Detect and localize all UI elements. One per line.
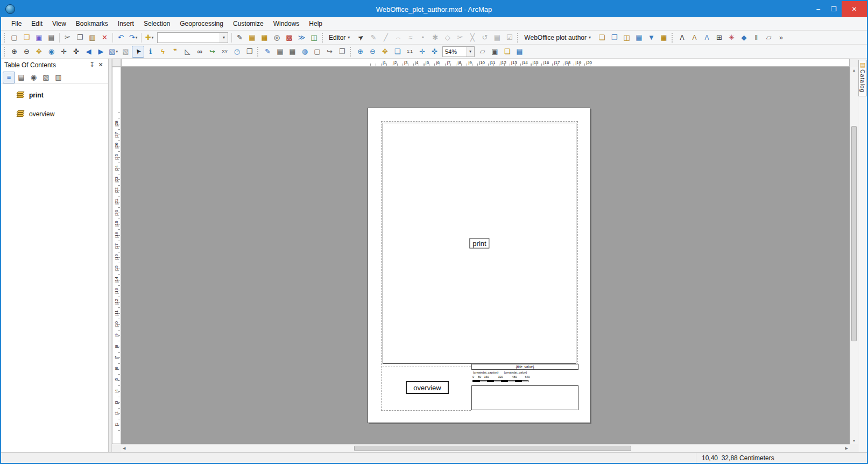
scroll-down-icon[interactable]: ▼ <box>850 439 858 442</box>
clear-selected-features-icon[interactable]: ▧ <box>119 46 132 58</box>
add-data-icon[interactable]: ✚▾ <box>143 32 156 44</box>
zoom-out-icon[interactable]: ⊖ <box>20 46 33 58</box>
view-unplaced-labels-icon[interactable]: ▱ <box>763 32 775 44</box>
catalog-tab[interactable]: ▤ Catalog <box>858 60 867 96</box>
menu-view[interactable]: View <box>47 17 71 30</box>
plot-template-pages-icon[interactable]: ❏ <box>596 32 608 44</box>
label-priority-ranking-icon[interactable]: A <box>688 32 701 44</box>
layout-zoom-in-icon[interactable]: ⊕ <box>354 46 366 58</box>
label-weight-ranking-icon[interactable]: A <box>701 32 713 44</box>
editor-toolbar-toggle-icon[interactable]: ✎ <box>234 32 246 44</box>
layout-canvas[interactable]: print overview {title_value} {createdat_… <box>121 67 850 444</box>
go-to-xy-icon[interactable]: XY <box>218 46 231 58</box>
toggle-draft-mode-icon[interactable]: ▱ <box>476 46 489 58</box>
identify-icon[interactable]: ℹ <box>144 46 157 58</box>
plot-export-icon[interactable]: ▼ <box>645 32 658 44</box>
catalog-window-icon[interactable]: ▦ <box>258 32 271 44</box>
data-driven-pages-icon[interactable]: ▤ <box>513 46 526 58</box>
plot-copy-pages-icon[interactable]: ❐ <box>608 32 620 44</box>
focus-data-frame-icon[interactable]: ▣ <box>489 46 501 58</box>
fixed-zoom-out-icon[interactable]: ✜ <box>70 46 82 58</box>
scroll-up-icon[interactable]: ▲ <box>850 68 858 72</box>
label-summary-icon[interactable]: ✳ <box>725 32 738 44</box>
scroll-right-icon[interactable]: ▶ <box>845 446 848 451</box>
redo-icon[interactable]: ↷▾ <box>127 32 139 44</box>
layout-fixed-zoom-out-icon[interactable]: ✜ <box>428 46 441 58</box>
pan-icon[interactable]: ✥ <box>33 46 45 58</box>
open-folder-icon[interactable]: ❒ <box>20 32 33 44</box>
fixed-zoom-in-icon[interactable]: ✛ <box>58 46 70 58</box>
plot-book-icon[interactable]: ▤ <box>633 32 645 44</box>
go-back-extent-icon[interactable]: ◀ <box>82 46 95 58</box>
list-by-visibility-icon[interactable]: ◉ <box>27 72 40 83</box>
hyperlink-icon[interactable]: ϟ <box>157 46 169 58</box>
select-elements-icon[interactable]: ➤ <box>132 46 144 58</box>
list-by-selection-icon[interactable]: ▧ <box>40 72 52 83</box>
menu-geoprocessing[interactable]: Geoprocessing <box>175 17 228 30</box>
editor-menu[interactable]: Editor▾ <box>326 32 355 44</box>
layout-fixed-zoom-in-icon[interactable]: ✛ <box>416 46 428 58</box>
close-button[interactable]: ✕ <box>842 1 867 17</box>
menu-bookmarks[interactable]: Bookmarks <box>71 17 113 30</box>
layout-zoom-out-icon[interactable]: ⊖ <box>366 46 379 58</box>
print-data-frame[interactable]: print <box>383 123 576 364</box>
blank-page-icon[interactable]: ▢ <box>311 46 323 58</box>
new-document-icon[interactable]: ▢ <box>8 32 20 44</box>
minimize-button[interactable]: – <box>810 1 826 17</box>
layout-zoom-100-icon[interactable]: 1:1 <box>404 46 416 58</box>
map-scale-combo[interactable]: ▾ <box>157 32 228 43</box>
menu-customize[interactable]: Customize <box>228 17 269 30</box>
find-icon[interactable]: ∞ <box>194 46 206 58</box>
pause-labeling-icon[interactable]: ‖ <box>750 32 763 44</box>
snapping-pencil-icon[interactable]: ✎ <box>262 46 274 58</box>
copy-page-icon[interactable]: ❐ <box>336 46 348 58</box>
edit-tool-icon[interactable]: ➤ <box>355 32 367 44</box>
toc-layer-overview[interactable]: overview <box>1 108 108 120</box>
measure-icon[interactable]: ◺ <box>181 46 194 58</box>
layout-zoom-whole-page-icon[interactable]: ❏ <box>391 46 404 58</box>
horizontal-scrollbar[interactable]: ◀ ▶ <box>121 444 850 452</box>
weboffice-plot-author-menu[interactable]: WebOffice plot author▾ <box>521 32 596 44</box>
menu-windows[interactable]: Windows <box>269 17 305 30</box>
plot-stack-icon[interactable]: ◫ <box>620 32 633 44</box>
go-forward-extent-icon[interactable]: ▶ <box>95 46 107 58</box>
copy-icon[interactable]: ❐ <box>74 32 86 44</box>
chevron-down-icon[interactable]: ▾ <box>466 47 474 57</box>
table-page-icon[interactable]: ▤ <box>274 46 286 58</box>
undo-icon[interactable]: ↶ <box>115 32 127 44</box>
print-frame-label[interactable]: print <box>469 238 489 249</box>
select-features-icon[interactable]: ▧▾ <box>107 46 119 58</box>
table-of-contents-window-icon[interactable]: ▤ <box>246 32 258 44</box>
list-by-source-icon[interactable]: ▤ <box>15 72 27 83</box>
arrow-page-icon[interactable]: ↪ <box>323 46 336 58</box>
key-numbering-icon[interactable]: ⊞ <box>713 32 725 44</box>
chevron-down-icon[interactable]: ▾ <box>220 33 228 43</box>
scroll-left-icon[interactable]: ◀ <box>123 446 125 451</box>
search-window-icon[interactable]: ◎ <box>271 32 283 44</box>
lock-labels-icon[interactable]: ◆ <box>738 32 750 44</box>
modelbuilder-window-icon[interactable]: ◫ <box>308 32 320 44</box>
toc-layer-print[interactable]: print <box>1 89 108 101</box>
find-route-icon[interactable]: ↪ <box>206 46 218 58</box>
vertical-scrollbar[interactable]: ▲ ▼ <box>850 67 858 444</box>
title-block[interactable]: {title_value} {createdat_caption} {creat… <box>471 364 578 411</box>
menu-selection[interactable]: Selection <box>139 17 175 30</box>
overview-data-frame[interactable]: overview <box>406 381 449 394</box>
plot-settings-icon[interactable]: ▦ <box>658 32 670 44</box>
html-popup-icon[interactable]: ❞ <box>169 46 181 58</box>
list-by-drawing-order-icon[interactable]: ≡ <box>3 72 15 83</box>
toolbar-overflow-icon[interactable]: » <box>775 32 787 44</box>
time-slider-icon[interactable]: ◷ <box>231 46 243 58</box>
layout-page[interactable]: print overview {title_value} {createdat_… <box>368 108 590 423</box>
grid-page-icon[interactable]: ▦ <box>286 46 299 58</box>
print-icon[interactable]: ▤ <box>45 32 58 44</box>
delete-icon[interactable]: ✕ <box>98 32 111 44</box>
layout-pan-icon[interactable]: ✥ <box>379 46 391 58</box>
label-manager-icon[interactable]: A <box>676 32 688 44</box>
layout-zoom-percent-combo[interactable]: 54%▾ <box>442 46 475 57</box>
menu-edit[interactable]: Edit <box>26 17 47 30</box>
python-window-icon[interactable]: ≫ <box>295 32 308 44</box>
toc-options-icon[interactable]: ▥ <box>52 72 65 83</box>
zoom-in-icon[interactable]: ⊕ <box>8 46 20 58</box>
pin-icon[interactable]: ↧ <box>88 61 96 68</box>
